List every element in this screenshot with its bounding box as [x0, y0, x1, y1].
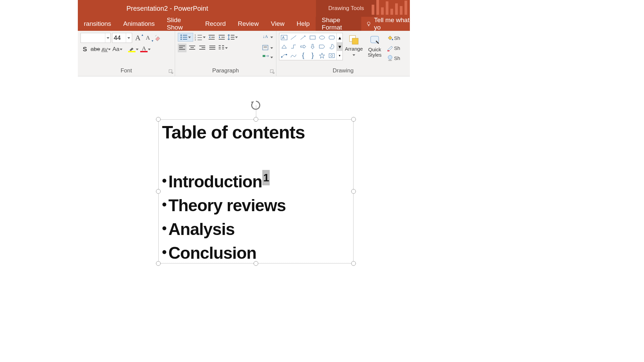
resize-handle-top-left[interactable] — [156, 117, 161, 122]
tab-record[interactable]: Record — [199, 17, 232, 31]
paint-bucket-icon — [387, 35, 393, 41]
gallery-scroll-down[interactable]: ▾ — [337, 42, 342, 51]
shapes-gallery[interactable]: A { } — [279, 33, 343, 60]
resize-handle-bottom-left[interactable] — [156, 261, 161, 266]
window-title: Presentation2 - PowerPoint — [126, 5, 208, 12]
list-item-text[interactable]: Theory reviews — [168, 196, 286, 215]
strikethrough-button[interactable]: abe — [91, 45, 100, 54]
decrease-font-size-button[interactable]: A▾ — [144, 34, 152, 42]
shape-curve-icon[interactable] — [289, 51, 298, 60]
shape-connector-icon[interactable] — [279, 51, 289, 60]
shape-oval-icon[interactable] — [317, 33, 327, 42]
gallery-expand[interactable]: ▾ — [337, 51, 342, 60]
font-size-dropdown[interactable] — [126, 33, 131, 43]
highlight-color-button[interactable] — [128, 45, 139, 54]
tab-review[interactable]: Review — [232, 17, 265, 31]
align-left-button[interactable] — [178, 44, 186, 52]
shape-pentagon-arrow-icon[interactable] — [317, 42, 327, 51]
align-text-button[interactable] — [262, 44, 273, 52]
numbering-button[interactable]: 123 — [195, 33, 206, 42]
shape-triangle-icon[interactable] — [279, 42, 289, 51]
shape-elbow-connector-icon[interactable] — [289, 42, 298, 51]
resize-handle-bottom-center[interactable] — [254, 261, 258, 266]
shape-right-brace-icon[interactable]: } — [308, 51, 317, 60]
tab-animations[interactable]: Animations — [117, 17, 161, 31]
ribbon-group-drawing: A { } — [276, 31, 410, 76]
font-family-dropdown[interactable] — [105, 33, 110, 43]
font-size-combo[interactable] — [112, 33, 132, 43]
shape-star-icon[interactable] — [317, 51, 327, 60]
shape-rectangle-icon[interactable] — [308, 33, 317, 42]
list-item-text[interactable]: Analysis — [168, 220, 235, 239]
contextual-tab-drawing-tools[interactable]: Drawing Tools — [316, 0, 376, 17]
shape-left-brace-icon[interactable]: { — [299, 51, 308, 60]
list-item[interactable]: •Analysis — [162, 217, 350, 241]
shapes-gallery-scroll[interactable]: ▴ ▾ ▾ — [336, 33, 342, 60]
shape-action-button-icon[interactable] — [327, 51, 336, 60]
arrange-button[interactable]: Arrange — [344, 33, 364, 57]
font-family-combo[interactable] — [80, 33, 111, 43]
tell-me-box[interactable]: Tell me what yo — [361, 16, 410, 31]
list-item[interactable]: •Introduction1 — [162, 169, 350, 193]
font-color-button[interactable]: A — [140, 45, 151, 54]
tab-view[interactable]: View — [265, 17, 290, 31]
superscript-selection[interactable]: 1 — [262, 170, 270, 185]
resize-handle-bottom-right[interactable] — [351, 261, 356, 266]
gallery-scroll-up[interactable]: ▴ — [337, 33, 342, 42]
font-size-input[interactable] — [112, 34, 126, 42]
resize-handle-mid-left[interactable] — [156, 189, 161, 194]
list-item-text[interactable]: Introduction — [168, 172, 262, 191]
columns-button[interactable] — [218, 44, 228, 52]
shape-rounded-rect-icon[interactable] — [327, 33, 336, 42]
slide-canvas[interactable]: Table of contents •Introduction1 •Theory… — [78, 76, 410, 284]
shape-down-arrow-icon[interactable] — [308, 42, 317, 51]
align-right-button[interactable] — [198, 44, 207, 52]
increase-font-size-button[interactable]: A▴ — [133, 34, 142, 42]
svg-point-2 — [180, 35, 182, 36]
line-spacing-button[interactable] — [227, 33, 238, 42]
list-item-text[interactable]: Conclusion — [168, 244, 256, 262]
tab-help[interactable]: Help — [290, 17, 316, 31]
bullet-icon: • — [162, 197, 166, 212]
rotate-handle[interactable] — [250, 100, 262, 111]
svg-text:1: 1 — [195, 34, 196, 36]
font-dialog-launcher[interactable] — [169, 69, 173, 74]
shape-pie-icon[interactable] — [327, 42, 336, 51]
decrease-indent-button[interactable] — [207, 33, 216, 42]
shape-outline-button[interactable]: Sh — [386, 44, 401, 52]
smartart-icon — [262, 54, 270, 60]
align-center-button[interactable] — [188, 44, 197, 52]
textbox-title[interactable]: Table of contents — [162, 122, 350, 142]
change-case-button[interactable]: Aa — [112, 45, 123, 54]
list-item[interactable]: •Theory reviews — [162, 193, 350, 217]
increase-indent-button[interactable] — [217, 33, 226, 42]
shapes-gallery-grid[interactable]: A { } — [279, 33, 336, 60]
shadow-button[interactable]: S — [80, 45, 89, 54]
shape-textbox-icon[interactable]: A — [279, 33, 289, 42]
shape-block-arrow-icon[interactable] — [299, 42, 308, 51]
align-justify-button[interactable] — [208, 44, 217, 52]
clear-formatting-button[interactable] — [154, 34, 162, 42]
shape-arrow-line-icon[interactable] — [299, 33, 308, 42]
quick-styles-button[interactable]: Quick Styles — [365, 33, 384, 58]
resize-handle-top-center[interactable] — [254, 117, 258, 122]
tab-shape-format[interactable]: Shape Format — [316, 17, 361, 31]
shape-line-icon[interactable] — [289, 33, 298, 42]
resize-handle-mid-right[interactable] — [351, 189, 356, 194]
paragraph-group-label: Paragraph — [175, 67, 276, 74]
shape-fill-button[interactable]: Sh — [386, 34, 401, 42]
shape-effects-button[interactable]: Sh — [386, 54, 401, 62]
smartart-convert-button[interactable] — [262, 53, 273, 62]
text-direction-button[interactable]: ↓A — [262, 33, 273, 42]
tab-transitions[interactable]: ransitions — [78, 17, 117, 31]
character-spacing-button[interactable]: AV — [101, 45, 111, 54]
text-box-selected[interactable]: Table of contents •Introduction1 •Theory… — [158, 119, 354, 263]
resize-handle-top-right[interactable] — [351, 117, 356, 122]
text-direction-icon: ↓A — [262, 33, 270, 41]
bullets-button[interactable] — [178, 33, 193, 42]
tab-slide-show[interactable]: Slide Show — [161, 17, 199, 31]
textbox-list[interactable]: •Introduction1 •Theory reviews •Analysis… — [162, 169, 350, 264]
arrange-label: Arrange — [345, 46, 363, 52]
paragraph-dialog-launcher[interactable] — [270, 69, 275, 74]
font-family-input[interactable] — [81, 34, 105, 42]
